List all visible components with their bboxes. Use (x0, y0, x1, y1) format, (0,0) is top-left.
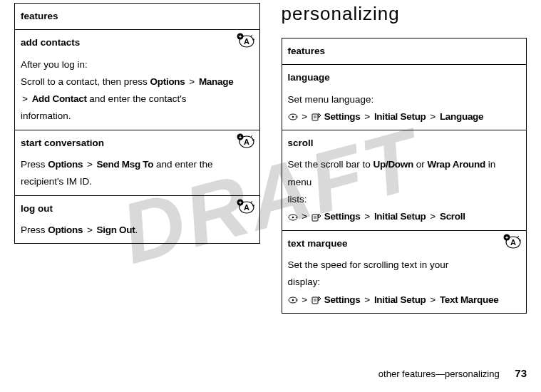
svg-point-37 (292, 299, 294, 301)
row-title: scroll (288, 135, 501, 152)
row-line: Scroll to a contact, then press Options … (21, 73, 234, 91)
svg-text:+: + (238, 200, 241, 205)
row-line: recipient's IM ID. (21, 173, 234, 190)
row-line: Set the speed for scrolling text in your (288, 257, 501, 274)
svg-text:A: A (244, 138, 249, 146)
row-line: display: (288, 274, 501, 291)
svg-text:A: A (510, 238, 516, 247)
svg-point-20 (295, 117, 297, 118)
row-line: Press Options > Sign Out. (21, 222, 234, 239)
table-row: log outA+Press Options > Sign Out. (15, 195, 260, 244)
svg-text:A: A (244, 37, 249, 46)
settings-menu-icon (311, 296, 321, 304)
right-table-header: features (282, 38, 527, 65)
svg-line-17 (252, 205, 254, 206)
table-row: scrollSet the scroll bar to Up/Down or W… (282, 130, 527, 230)
svg-point-26 (295, 217, 297, 218)
settings-menu-icon (311, 213, 321, 222)
row-line: Press Options > Send Msg To and enter th… (21, 156, 234, 173)
svg-rect-21 (312, 114, 318, 120)
row-title: log out (21, 200, 234, 217)
row-title: start conversation (21, 135, 234, 152)
left-features-table: features add contactsA+After you log in:… (14, 3, 260, 244)
row-line: > Add Contact and enter the contact's in… (21, 91, 234, 125)
svg-point-38 (295, 299, 297, 301)
operator-dependent-icon: A+ (237, 133, 255, 149)
row-title: language (288, 69, 501, 86)
row-line: After you log in: (21, 56, 234, 73)
page-content: features add contactsA+After you log in:… (0, 0, 541, 314)
table-row: text marqueeA+Set the speed for scrollin… (282, 230, 527, 313)
svg-text:A: A (244, 203, 249, 212)
center-key-icon (288, 113, 298, 120)
operator-dependent-icon: A+ (503, 234, 522, 249)
row-line: lists: (288, 191, 501, 208)
svg-point-25 (292, 217, 294, 219)
table-row: languageSet menu language: > Settings > … (282, 65, 527, 130)
table-row: start conversationA+Press Options > Send… (15, 130, 260, 195)
svg-line-11 (252, 140, 254, 140)
row-line: Set the scroll bar to Up/Down or Wrap Ar… (288, 156, 501, 191)
page-number: 73 (515, 367, 527, 379)
settings-menu-icon (311, 113, 321, 121)
svg-point-19 (292, 116, 294, 118)
right-features-table: features languageSet menu language: > Se… (282, 38, 527, 314)
row-line: > Settings > Initial Setup > Scroll (288, 208, 501, 225)
svg-text:+: + (238, 34, 241, 39)
operator-dependent-icon: A+ (237, 199, 255, 215)
center-key-icon (288, 296, 298, 304)
operator-dependent-icon: A+ (237, 33, 255, 48)
footer-text: other features—personalizing (378, 368, 500, 379)
right-column: personalizing features languageSet menu … (282, 3, 527, 314)
svg-text:+: + (505, 235, 508, 240)
row-line: > Settings > Initial Setup > Text Marque… (288, 292, 501, 309)
section-title: personalizing (282, 3, 527, 25)
svg-rect-39 (312, 297, 318, 304)
svg-line-35 (519, 240, 521, 241)
left-column: features add contactsA+After you log in:… (14, 3, 260, 314)
svg-line-5 (252, 39, 254, 40)
row-title: text marquee (288, 235, 501, 252)
row-title: add contacts (21, 34, 234, 51)
left-table-header: features (15, 4, 260, 30)
center-key-icon (288, 214, 298, 221)
row-line: > Settings > Initial Setup > Language (288, 108, 501, 125)
svg-text:+: + (238, 135, 241, 140)
table-row: add contactsA+After you log in:Scroll to… (15, 30, 260, 130)
svg-rect-27 (312, 215, 318, 221)
page-footer: other features—personalizing 73 (378, 367, 527, 379)
row-line: Set menu language: (288, 91, 501, 108)
